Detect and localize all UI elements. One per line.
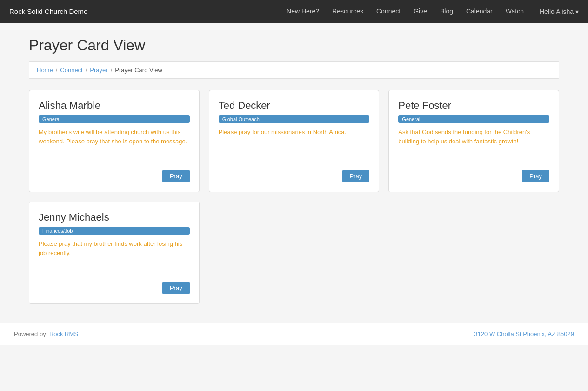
card-text: Please pray that my brother finds work a… — [39, 239, 190, 275]
pray-button-1[interactable]: Pray — [342, 170, 370, 182]
cards-grid: Alisha MarbleGeneralMy brother's wife wi… — [29, 90, 559, 304]
nav-link-resources[interactable]: Resources — [326, 0, 370, 23]
pray-btn-row: Pray — [219, 170, 370, 182]
prayer-card-2: Pete FosterGeneralAsk that God sends the… — [388, 90, 559, 192]
pray-btn-row: Pray — [39, 170, 190, 182]
pray-button-0[interactable]: Pray — [162, 170, 190, 182]
prayer-card-3: Jenny MichaelsFinances/JobPlease pray th… — [29, 202, 200, 304]
nav-brand: Rock Solid Church Demo — [9, 7, 87, 15]
nav-link-newhere[interactable]: New Here? — [280, 0, 326, 23]
card-badge: General — [398, 115, 549, 123]
footer-powered: Powered by: Rock RMS — [14, 330, 78, 337]
breadcrumb-sep: / — [86, 67, 87, 74]
breadcrumb-link-home[interactable]: Home — [37, 67, 53, 74]
card-badge: Global Outreach — [219, 115, 370, 123]
card-badge: Finances/Job — [39, 227, 190, 235]
footer: Powered by: Rock RMS 3120 W Cholla St Ph… — [0, 323, 588, 345]
breadcrumb-current: Prayer Card View — [115, 67, 162, 74]
main-nav: Rock Solid Church Demo New Here?Resource… — [0, 0, 588, 23]
card-name: Pete Foster — [398, 100, 549, 112]
rock-rms-link[interactable]: Rock RMS — [49, 330, 78, 337]
card-text: Please pray for our missionaries in Nort… — [219, 128, 370, 163]
card-text: Ask that God sends the funding for the C… — [398, 128, 549, 163]
card-name: Alisha Marble — [39, 100, 190, 112]
page-title: Prayer Card View — [29, 37, 559, 54]
page-wrapper: Prayer Card View Home/Connect/Prayer/Pra… — [15, 23, 573, 304]
nav-link-give[interactable]: Give — [407, 0, 434, 23]
footer-address: 3120 W Cholla St Phoenix, AZ 85029 — [474, 330, 574, 337]
breadcrumb: Home/Connect/Prayer/Prayer Card View — [29, 61, 559, 79]
breadcrumb-link-prayer[interactable]: Prayer — [90, 67, 107, 74]
nav-link-connect[interactable]: Connect — [370, 0, 407, 23]
nav-user[interactable]: Hello Alisha ▾ — [540, 8, 579, 15]
card-name: Ted Decker — [219, 100, 370, 112]
nav-link-calendar[interactable]: Calendar — [460, 0, 499, 23]
pray-button-2[interactable]: Pray — [522, 170, 549, 182]
card-badge: General — [39, 115, 190, 123]
nav-link-watch[interactable]: Watch — [499, 0, 530, 23]
prayer-card-1: Ted DeckerGlobal OutreachPlease pray for… — [209, 90, 380, 192]
pray-button-3[interactable]: Pray — [162, 282, 190, 294]
pray-btn-row: Pray — [398, 170, 549, 182]
breadcrumb-sep: / — [56, 67, 58, 74]
card-text: My brother's wife will be attending chur… — [39, 128, 190, 163]
breadcrumb-sep: / — [111, 67, 113, 74]
breadcrumb-link-connect[interactable]: Connect — [60, 67, 82, 74]
pray-btn-row: Pray — [39, 282, 190, 294]
nav-links: New Here?ResourcesConnectGiveBlogCalenda… — [280, 0, 530, 23]
nav-link-blog[interactable]: Blog — [434, 0, 460, 23]
card-name: Jenny Michaels — [39, 211, 190, 223]
prayer-card-0: Alisha MarbleGeneralMy brother's wife wi… — [29, 90, 200, 192]
